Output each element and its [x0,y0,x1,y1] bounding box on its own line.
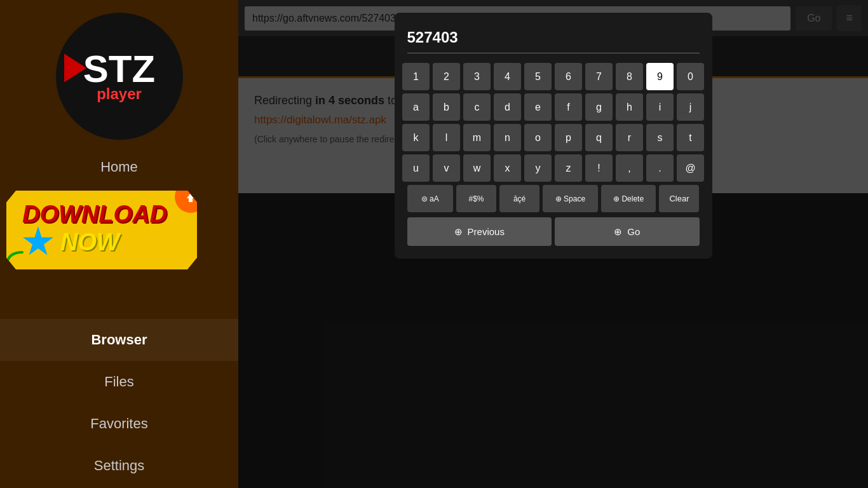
key-g[interactable]: g [585,93,613,121]
key-delete[interactable]: ⊕ Delete [601,185,656,212]
key-4[interactable]: 4 [494,63,521,90]
key-u[interactable]: u [402,154,430,182]
key-clear[interactable]: Clear [659,185,699,212]
key-0[interactable]: 0 [677,63,704,90]
key-6[interactable]: 6 [555,63,582,90]
keyboard-bottom-row: ⊕ Previous ⊕ Go [407,217,700,246]
key-s[interactable]: s [646,124,674,151]
key-comma[interactable]: , [616,154,643,182]
key-symbols[interactable]: #$% [456,185,496,212]
keyboard-row-1: a b c d e f g h i j [407,93,700,121]
key-y[interactable]: y [524,154,552,182]
logo-inner: STZ player [83,50,155,103]
key-i[interactable]: i [646,93,674,121]
main-content: 1 2 3 4 5 6 7 8 9 0 a b c d e f g h [238,0,868,488]
key-1[interactable]: 1 [402,63,430,90]
logo-text: STZ [83,50,155,88]
key-d[interactable]: d [494,93,521,121]
logo-s: STZ [83,50,155,88]
key-2[interactable]: 2 [433,63,460,90]
sidebar-item-home[interactable]: Home [0,146,238,188]
key-e[interactable]: e [524,93,552,121]
sidebar: STZ player Home Settings DOWNLOAD [0,0,238,488]
key-w[interactable]: w [463,154,491,182]
key-z[interactable]: z [555,154,582,182]
keyboard-previous-button[interactable]: ⊕ Previous [407,217,552,246]
key-period[interactable]: . [646,154,674,182]
key-7[interactable]: 7 [585,63,613,90]
nav-items: Browser Files Favorites Settings [0,319,238,487]
logo-circle: STZ player [56,13,183,140]
previous-icon: ⊕ [454,226,463,238]
key-a[interactable]: a [402,93,430,121]
key-space[interactable]: ⊕ Space [543,185,598,212]
key-n[interactable]: n [494,124,521,151]
key-p[interactable]: p [555,124,582,151]
key-3[interactable]: 3 [463,63,491,90]
key-r[interactable]: r [616,124,643,151]
curl-decoration [3,249,29,274]
key-9[interactable]: 9 [646,63,674,90]
key-q[interactable]: q [585,124,613,151]
key-m[interactable]: m [463,124,491,151]
key-f[interactable]: f [555,93,582,121]
go-label: Go [627,226,640,237]
key-k[interactable]: k [402,124,430,151]
keyboard-row-2: k l m n o p q r s t [407,124,700,151]
key-c[interactable]: c [463,93,491,121]
now-text: NOW [60,230,119,254]
key-o[interactable]: o [524,124,552,151]
svg-point-3 [4,266,9,271]
key-exclaim[interactable]: ! [585,154,613,182]
key-8[interactable]: 8 [616,63,643,90]
key-v[interactable]: v [433,154,460,182]
sidebar-item-settings-bottom[interactable]: Settings [0,445,238,487]
download-badge[interactable]: DOWNLOAD NOW [6,191,197,269]
key-h[interactable]: h [616,93,643,121]
keyboard-go-button[interactable]: ⊕ Go [555,217,700,246]
key-j[interactable]: j [677,93,704,121]
keyboard-overlay: 1 2 3 4 5 6 7 8 9 0 a b c d e f g h [238,0,868,488]
keyboard-row-special: ⊜ aA #$% āçé ⊕ Space ⊕ Delete Clear [407,185,700,212]
key-x[interactable]: x [494,154,521,182]
download-icon [182,188,200,206]
go-icon: ⊕ [614,226,622,238]
key-accents[interactable]: āçé [499,185,539,212]
keyboard-row-3: u v w x y z ! , . @ [407,154,700,182]
key-5[interactable]: 5 [524,63,552,90]
sidebar-item-files[interactable]: Files [0,361,238,403]
keyboard-row-numbers: 1 2 3 4 5 6 7 8 9 0 [407,63,700,90]
key-t[interactable]: t [677,124,704,151]
key-l[interactable]: l [433,124,460,151]
download-text: DOWNLOAD [22,202,167,226]
keyboard-input[interactable] [407,25,700,53]
keyboard-panel: 1 2 3 4 5 6 7 8 9 0 a b c d e f g h [395,13,712,259]
download-bg: DOWNLOAD NOW [6,191,197,269]
key-b[interactable]: b [433,93,460,121]
sidebar-item-favorites[interactable]: Favorites [0,403,238,445]
key-case-toggle[interactable]: ⊜ aA [407,185,454,212]
key-at[interactable]: @ [677,154,704,182]
play-icon [64,53,86,82]
sidebar-item-browser[interactable]: Browser [0,319,238,361]
svg-marker-0 [64,53,86,82]
previous-label: Previous [468,226,505,237]
